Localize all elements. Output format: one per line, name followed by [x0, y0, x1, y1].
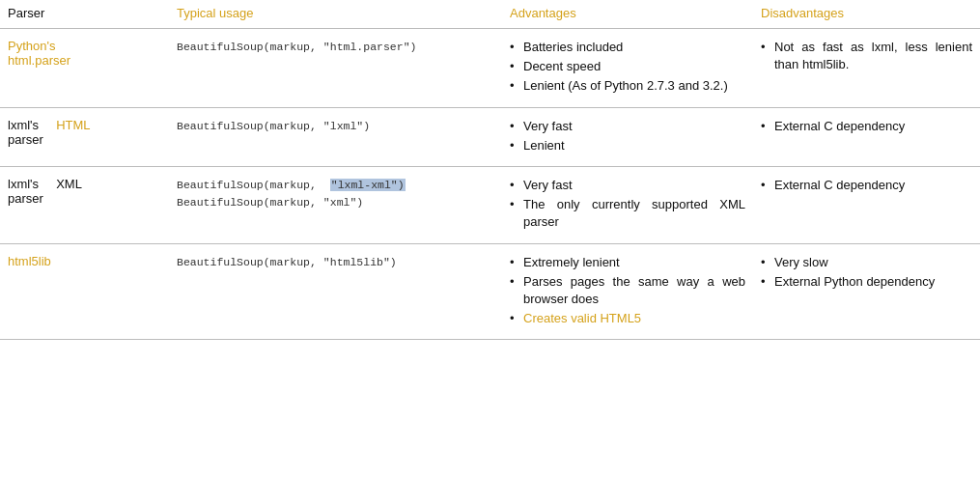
parser-name: lxml's XML parser: [8, 177, 82, 206]
header-disadvantages: Disadvantages: [753, 0, 980, 29]
usage-cell: BeautifulSoup(markup, "lxml-xml") Beauti…: [169, 166, 502, 243]
list-item: External C dependency: [761, 118, 972, 135]
usage-cell: BeautifulSoup(markup, "html.parser"): [169, 29, 502, 108]
advantages-cell: Batteries included Decent speed Lenient …: [502, 29, 753, 108]
parser-name-cell: lxml's XML parser: [0, 166, 169, 243]
header-advantages: Advantages: [502, 0, 753, 29]
list-item: External Python dependency: [761, 273, 972, 291]
disadvantages-list: Very slow External Python dependency: [761, 254, 972, 291]
usage-code: BeautifulSoup(markup, "html.parser"): [177, 41, 416, 53]
table-row: lxml's HTML parser BeautifulSoup(markup,…: [0, 107, 980, 166]
advantages-list: Batteries included Decent speed Lenient …: [510, 39, 745, 96]
parser-name: Python'shtml.parser: [8, 39, 70, 68]
parser-name-cell: Python'shtml.parser: [0, 29, 169, 108]
list-item: Extremely lenient: [510, 254, 745, 271]
usage-code: BeautifulSoup(markup, "lxml"): [177, 120, 370, 132]
list-item: Very fast: [510, 118, 745, 135]
parser-name: lxml's HTML parser: [8, 118, 91, 147]
disadvantages-cell: Not as fast as lxml, less lenient than h…: [753, 29, 980, 108]
header-usage: Typical usage: [169, 0, 502, 29]
disadvantages-list: Not as fast as lxml, less lenient than h…: [761, 39, 972, 73]
usage-cell: BeautifulSoup(markup, "lxml"): [169, 107, 502, 166]
list-item: Batteries included: [510, 39, 745, 56]
disadvantages-cell: Very slow External Python dependency: [753, 243, 980, 340]
advantages-list: Very fast Lenient: [510, 118, 745, 154]
advantages-list: Very fast The only currently supported X…: [510, 177, 745, 232]
disadvantages-cell: External C dependency: [753, 107, 980, 166]
list-item: Decent speed: [510, 58, 745, 75]
list-item: The only currently supported XML parser: [510, 196, 745, 231]
list-item: Parses pages the same way a web browser …: [510, 273, 745, 308]
advantages-cell: Very fast The only currently supported X…: [502, 166, 753, 243]
parser-name-cell: lxml's HTML parser: [0, 107, 169, 166]
list-item: External C dependency: [761, 177, 972, 194]
table-row: Python'shtml.parser BeautifulSoup(markup…: [0, 29, 980, 108]
table-row: html5lib BeautifulSoup(markup, "html5lib…: [0, 243, 980, 340]
usage-cell: BeautifulSoup(markup, "html5lib"): [169, 243, 502, 340]
advantages-cell: Very fast Lenient: [502, 107, 753, 166]
list-item: Lenient (As of Python 2.7.3 and 3.2.): [510, 77, 745, 95]
usage-code: BeautifulSoup(markup, "html5lib"): [177, 256, 397, 268]
table-row: lxml's XML parser BeautifulSoup(markup, …: [0, 166, 980, 243]
list-item: Lenient: [510, 137, 745, 154]
parser-name-cell: html5lib: [0, 243, 169, 340]
advantages-list: Extremely lenient Parses pages the same …: [510, 254, 745, 328]
list-item: Very fast: [510, 177, 745, 194]
disadvantages-list: External C dependency: [761, 118, 972, 135]
disadvantages-list: External C dependency: [761, 177, 972, 194]
usage-code: BeautifulSoup(markup, "lxml-xml") Beauti…: [177, 179, 406, 209]
list-item: Very slow: [761, 254, 972, 271]
advantages-cell: Extremely lenient Parses pages the same …: [502, 243, 753, 340]
code-highlight: "lxml-xml"): [330, 179, 406, 191]
parser-name: html5lib: [8, 254, 51, 268]
list-item: Not as fast as lxml, less lenient than h…: [761, 39, 972, 73]
header-parser: Parser: [0, 0, 169, 29]
disadvantages-cell: External C dependency: [753, 166, 980, 243]
list-item: Creates valid HTML5: [510, 310, 745, 327]
